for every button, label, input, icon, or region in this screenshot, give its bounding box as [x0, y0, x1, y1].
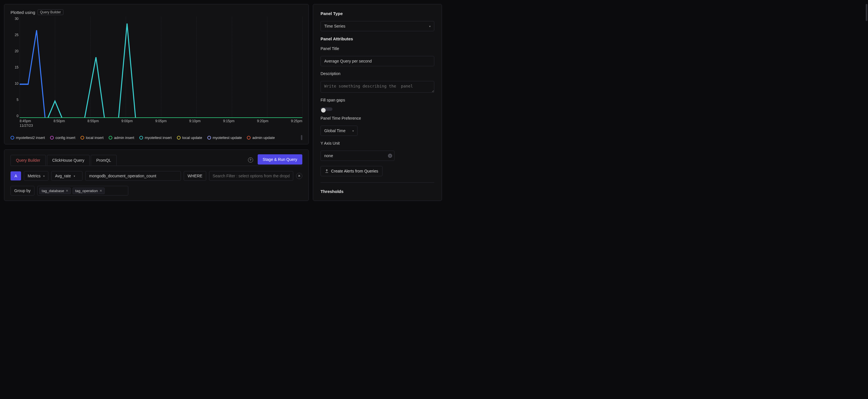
- x-axis: 8:45pm 8:50pm 8:55pm 9:00pm 9:05pm 9:10p…: [20, 118, 302, 123]
- panel-title-input[interactable]: [320, 56, 434, 66]
- y-axis-unit-input[interactable]: [320, 151, 395, 161]
- description-input[interactable]: [320, 81, 434, 93]
- chart-panel: Plotted using Query Builder 30 25 20 15 …: [4, 4, 309, 144]
- config-sidebar: Panel Type Time Series ▾ Panel Attribute…: [313, 4, 442, 201]
- chevron-down-icon: ▾: [429, 25, 431, 28]
- tag-database[interactable]: tag_database ✕: [39, 188, 71, 194]
- circle-icon: [140, 136, 143, 139]
- fill-span-gaps-toggle[interactable]: [320, 107, 333, 111]
- metric-input-field[interactable]: [89, 174, 177, 178]
- filter-input-field[interactable]: [213, 174, 289, 178]
- panel-attrs-heading: Panel Attributes: [320, 36, 434, 41]
- description-label: Description: [320, 71, 434, 76]
- panel-time-pref-label: Panel Time Preference: [320, 116, 434, 121]
- panel-time-pref-select[interactable]: Global Time ▾: [320, 126, 358, 136]
- tag-operation[interactable]: tag_operation ✕: [72, 188, 105, 194]
- panel-type-select[interactable]: Time Series ▾: [320, 21, 434, 31]
- line-chart-svg: [20, 17, 302, 118]
- filter-input[interactable]: [209, 171, 293, 181]
- plot-surface[interactable]: 30 25 20 15 10 5 0: [20, 17, 302, 118]
- circle-icon: [207, 136, 211, 139]
- help-icon[interactable]: ?: [248, 158, 253, 163]
- x-axis-date: 11/27/23: [20, 123, 302, 128]
- tab-query-builder[interactable]: Query Builder: [10, 155, 46, 165]
- circle-icon: [108, 136, 112, 139]
- legend-item[interactable]: admin insert: [108, 136, 134, 140]
- where-label[interactable]: WHERE: [184, 171, 206, 181]
- chevron-down-icon: ▾: [352, 129, 354, 132]
- create-alerts-button[interactable]: Create Alerts from Queries: [320, 166, 382, 176]
- panel-title-label: Panel Title: [320, 46, 434, 51]
- query-badge-a[interactable]: A: [10, 171, 21, 180]
- chevron-down-icon: ▾: [74, 174, 75, 178]
- close-icon[interactable]: ✕: [66, 189, 68, 193]
- legend-item[interactable]: config insert: [50, 136, 75, 140]
- circle-icon: [177, 136, 181, 139]
- aggregation-select[interactable]: Avg_rate ▾: [51, 171, 83, 181]
- y-axis-unit-label: Y Axis Unit: [320, 141, 434, 145]
- groupby-label[interactable]: Group by: [10, 186, 34, 196]
- remove-query-icon[interactable]: ✕: [296, 173, 302, 179]
- legend-item[interactable]: admin update: [247, 136, 275, 140]
- circle-icon: [81, 136, 84, 139]
- groupby-tags[interactable]: tag_database ✕ tag_operation ✕: [37, 186, 128, 196]
- source-select[interactable]: Metrics ▾: [24, 171, 48, 181]
- legend-item[interactable]: myoteltest insert: [140, 136, 172, 140]
- thresholds-heading: Thresholds: [320, 189, 434, 194]
- tab-promql[interactable]: PromQL: [91, 155, 116, 165]
- legend: myoteltest2 insert config insert local i…: [10, 135, 302, 140]
- stage-run-button[interactable]: Stage & Run Query: [258, 154, 302, 165]
- legend-item[interactable]: local update: [177, 136, 202, 140]
- query-builder-panel: Query Builder ClickHouse Query PromQL ? …: [4, 149, 309, 201]
- tab-clickhouse[interactable]: ClickHouse Query: [47, 155, 90, 165]
- legend-item[interactable]: local insert: [81, 136, 103, 140]
- export-icon: [325, 169, 329, 173]
- circle-icon: [247, 136, 251, 139]
- y-axis: 30 25 20 15 10 5 0: [10, 17, 19, 118]
- plotted-using-label: Plotted using: [10, 10, 35, 15]
- divider: [320, 182, 434, 183]
- close-icon[interactable]: ✕: [99, 189, 102, 193]
- plotted-using-badge: Query Builder: [37, 9, 63, 15]
- fill-span-gaps-label: Fill span gaps: [320, 98, 434, 102]
- circle-icon: [50, 136, 54, 139]
- legend-item[interactable]: myoteltest2 insert: [10, 136, 45, 140]
- circle-icon: [10, 136, 14, 139]
- metric-input[interactable]: [85, 171, 181, 181]
- legend-scroll-handle[interactable]: [301, 135, 302, 140]
- clear-icon[interactable]: ✕: [388, 154, 392, 158]
- panel-type-heading: Panel Type: [320, 11, 434, 16]
- legend-item[interactable]: myoteltest update: [207, 136, 242, 140]
- chevron-down-icon: ▾: [43, 174, 45, 178]
